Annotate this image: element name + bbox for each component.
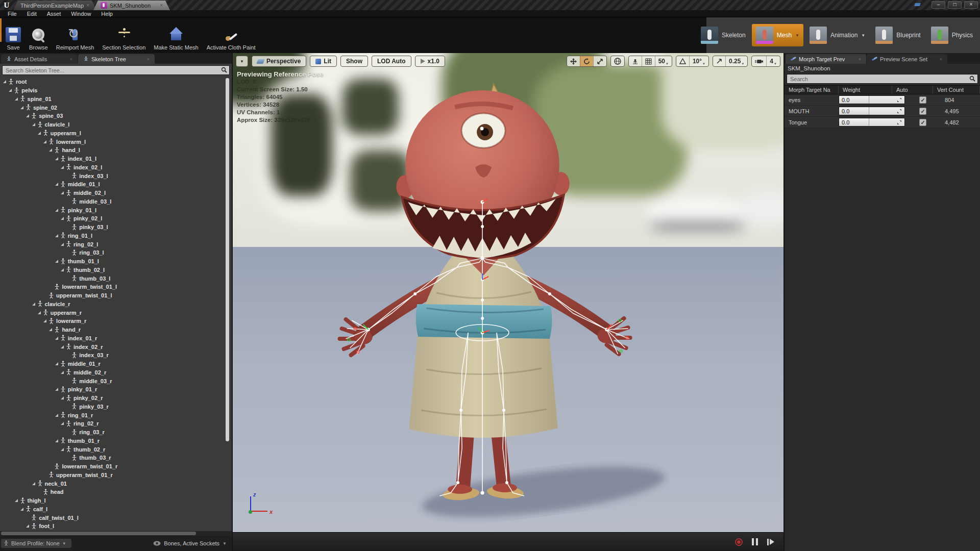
auto-checkbox[interactable]: ✓ — [919, 96, 926, 104]
bone-row[interactable]: pinky_02_l — [0, 214, 232, 223]
bone-row[interactable]: ring_02_l — [0, 240, 232, 248]
bone-row[interactable]: pinky_03_r — [0, 403, 232, 411]
expander-arrow-icon[interactable] — [49, 148, 52, 152]
bone-row[interactable]: pinky_02_r — [0, 394, 232, 403]
bone-row[interactable]: upperarm_twist_01_r — [0, 471, 232, 480]
bone-row[interactable]: middle_01_r — [0, 360, 232, 368]
bone-row[interactable]: ring_01_l — [0, 232, 232, 240]
tab-close-icon[interactable]: × — [86, 3, 89, 8]
expander-arrow-icon[interactable] — [61, 448, 64, 451]
bone-row[interactable]: clavicle_l — [0, 120, 232, 129]
tutorial-cap-icon[interactable] — [915, 3, 921, 7]
expander-arrow-icon[interactable] — [61, 217, 64, 220]
viewport-pill-button[interactable]: x1.0 — [415, 56, 445, 67]
3d-viewport[interactable]: ▼ Perspective Lit — [233, 53, 783, 532]
expander-arrow-icon[interactable] — [43, 319, 46, 322]
morph-search-input[interactable] — [787, 74, 978, 84]
bone-row[interactable]: neck_01 — [0, 479, 232, 488]
bone-row[interactable]: ring_02_r — [0, 419, 232, 428]
bone-row[interactable]: calf_l — [0, 505, 232, 514]
panel-tab[interactable]: Asset Details × — [1, 54, 78, 64]
weight-spinbox[interactable]: 0.0 — [839, 118, 905, 127]
expander-arrow-icon[interactable] — [20, 106, 23, 109]
document-tab[interactable]: SKM_Shunobon × — [93, 1, 170, 10]
auto-checkbox[interactable]: ✓ — [919, 108, 926, 115]
bone-row[interactable]: thumb_02_r — [0, 445, 232, 454]
bone-row[interactable]: spine_02 — [0, 103, 232, 112]
tab-close-icon[interactable]: × — [70, 57, 72, 62]
expander-arrow-icon[interactable] — [3, 80, 6, 83]
column-header[interactable]: Morph Target Na — [785, 86, 839, 94]
bone-row[interactable]: thumb_03_l — [0, 274, 232, 283]
expander-arrow-icon[interactable] — [55, 209, 58, 212]
translate-tool-button[interactable] — [567, 56, 580, 66]
chevron-down-icon[interactable]: ▼ — [795, 33, 799, 38]
expander-arrow-icon[interactable] — [61, 371, 64, 374]
expander-arrow-icon[interactable] — [15, 97, 18, 101]
bone-row[interactable]: upperarm_r — [0, 308, 232, 317]
weight-value[interactable]: 0.0 — [839, 96, 869, 104]
angle-snap-button[interactable] — [676, 56, 689, 66]
tab-close-icon[interactable]: × — [859, 57, 861, 62]
bone-row[interactable]: middle_01_l — [0, 180, 232, 189]
auto-checkbox[interactable]: ✓ — [919, 119, 926, 126]
bone-row[interactable]: upperarm_twist_01_l — [0, 291, 232, 300]
expander-arrow-icon[interactable] — [9, 89, 12, 92]
morph-target-row[interactable]: Tongue 0.0 ✓ 4,482 — [785, 117, 980, 128]
asset-mode-button[interactable]: Animation ▼ — [805, 24, 869, 46]
bone-row[interactable]: middle_03_l — [0, 197, 232, 206]
angle-snap-value[interactable]: 10°▼ — [689, 56, 708, 66]
document-tab[interactable]: ThirdPersonExampleMap × — [13, 1, 96, 10]
bone-row[interactable]: pinky_01_r — [0, 385, 232, 394]
bone-row[interactable]: thumb_01_l — [0, 257, 232, 266]
bone-row[interactable]: middle_02_r — [0, 368, 232, 377]
expander-arrow-icon[interactable] — [55, 362, 58, 365]
viewport-pill-button[interactable]: Show — [340, 56, 368, 67]
expander-arrow-icon[interactable] — [38, 132, 41, 135]
bone-row[interactable]: clavicle_r — [0, 300, 232, 309]
grid-snap-button[interactable] — [642, 56, 655, 66]
weight-value[interactable]: 0.0 — [839, 107, 869, 115]
bone-row[interactable]: lowerarm_twist_01_l — [0, 283, 232, 291]
tree-horizontal-scrollbar[interactable] — [0, 531, 232, 536]
restore-button[interactable]: □ — [948, 1, 962, 9]
skeleton-search-input[interactable] — [2, 65, 230, 75]
panel-tab[interactable]: Preview Scene Set × — [867, 54, 947, 64]
close-button[interactable]: × — [964, 1, 978, 9]
asset-mode-button[interactable]: Blueprint ▼ — [871, 24, 924, 46]
bone-row[interactable]: head — [0, 488, 232, 496]
bone-row[interactable]: index_01_l — [0, 155, 232, 163]
morph-target-row[interactable]: eyes 0.0 ✓ 804 — [785, 94, 980, 106]
step-forward-button[interactable] — [767, 539, 774, 545]
bone-row[interactable]: index_01_r — [0, 334, 232, 343]
bone-row[interactable]: spine_01 — [0, 95, 232, 104]
toolbar-button[interactable]: Section Selection — [98, 18, 150, 52]
expander-arrow-icon[interactable] — [61, 396, 64, 399]
asset-mode-button[interactable]: Physics ▼ — [927, 24, 977, 46]
bone-row[interactable]: middle_03_r — [0, 377, 232, 385]
bone-row[interactable]: ring_03_r — [0, 428, 232, 437]
pause-button[interactable] — [752, 538, 758, 545]
chevron-down-icon[interactable]: ▼ — [861, 33, 865, 38]
expander-arrow-icon[interactable] — [32, 303, 35, 306]
bone-row[interactable]: thumb_03_r — [0, 454, 232, 462]
bone-row[interactable]: lowerarm_r — [0, 317, 232, 325]
expander-arrow-icon[interactable] — [26, 524, 29, 528]
menu-item[interactable]: Window — [66, 11, 95, 17]
scale-snap-button[interactable] — [713, 56, 725, 66]
world-local-toggle[interactable] — [611, 56, 624, 66]
expander-arrow-icon[interactable] — [55, 234, 58, 237]
bone-row[interactable]: index_02_l — [0, 163, 232, 172]
expander-arrow-icon[interactable] — [61, 345, 64, 348]
tab-close-icon[interactable]: × — [940, 57, 942, 62]
bone-row[interactable]: pelvis — [0, 86, 232, 95]
bones-filter-button[interactable]: Bones, Active Sockets ▼ — [153, 540, 227, 546]
scrollbar-thumb[interactable] — [1, 532, 196, 535]
column-header[interactable]: Vert Count — [933, 86, 980, 94]
bone-row[interactable]: thumb_01_r — [0, 437, 232, 445]
bone-row[interactable]: root — [0, 78, 232, 86]
toolbar-button[interactable]: Reimport Mesh — [52, 18, 99, 52]
bone-row[interactable]: ring_03_l — [0, 248, 232, 257]
weight-spinbox[interactable]: 0.0 — [839, 107, 905, 115]
viewport-pill-button[interactable]: Perspective — [252, 56, 306, 67]
